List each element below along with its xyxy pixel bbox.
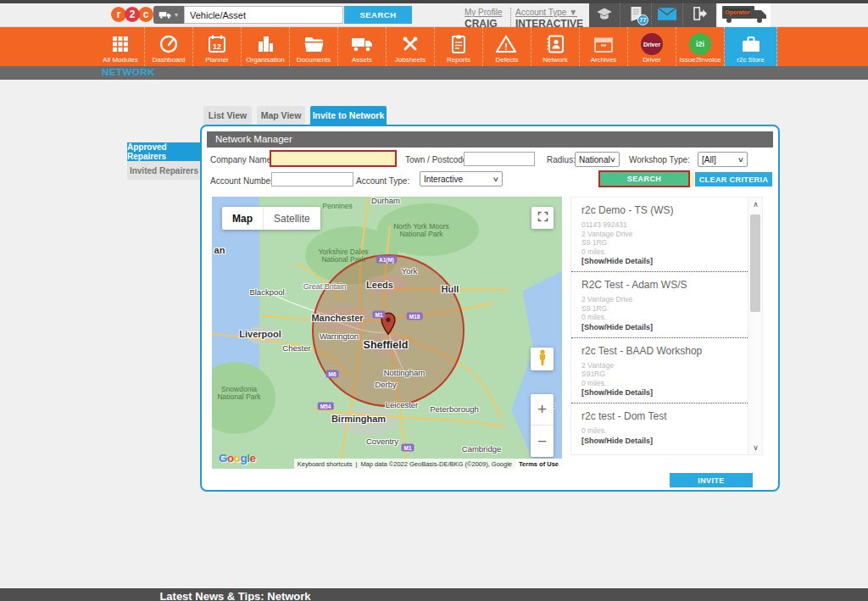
list-scrollbar[interactable]: ∧ ∨ [748,198,762,454]
tab-list-view[interactable]: List View [203,106,252,125]
header-search-button[interactable]: SEARCH [344,6,412,24]
account-type-link[interactable]: Account Type ▼ [515,8,583,17]
nav-item-r2c-store[interactable]: r2c Store [725,27,777,66]
briefcase-icon [740,32,762,55]
svg-text:Operator: Operator [725,9,750,16]
nav-item-network[interactable]: Network [531,27,580,66]
speedometer-icon [159,32,179,55]
tools-icon [400,32,420,55]
vehicle-asset-search-input[interactable] [184,6,343,24]
town-postcode-input[interactable] [464,152,535,166]
workshop-type-value: [All] [702,155,716,164]
nav-item-planner[interactable]: 12Planner [193,27,242,66]
chevron-down-icon: ▼ [174,12,180,18]
scroll-down-arrow[interactable]: ∨ [748,441,763,454]
panel-title: Network Manager [207,131,773,147]
r2c-logo[interactable]: r 2 c [113,7,153,22]
clipboard-icon [449,32,468,55]
repairer-detail-line: 2 Vantage [581,361,737,370]
nav-item-label: Driver [643,56,660,64]
nav-item-label: Documents [297,56,331,64]
criteria-search-button[interactable]: SEARCH [598,170,690,187]
company-name-input[interactable] [270,150,397,167]
nav-item-issue2invoice[interactable]: i2iIssue2Invoice [676,27,725,66]
repairer-detail-line: 2 Vantage Drive [581,295,737,304]
nav-item-label: Dashboard [152,56,185,64]
training-button[interactable] [589,3,620,27]
clear-criteria-button[interactable]: CLEAR CRITERIA [695,172,772,186]
repairer-name: r2c test - Dom Test [581,410,737,422]
calendar-icon: 12 [207,32,227,55]
nav-item-dashboard[interactable]: Dashboard [145,27,193,66]
radius-select[interactable]: National ∨ [575,152,620,167]
show-hide-details-link[interactable]: [Show/Hide Details] [581,257,737,265]
repairer-card: r2c Demo - TS (WS)01143 9924312 Vantage … [571,198,748,272]
nav-item-reports[interactable]: Reports [435,27,483,66]
repairer-card: r2c test - Dom Test0 miles.[Show/Hide De… [571,403,748,451]
keyboard-shortcuts-link[interactable]: Keyboard shortcuts [294,460,356,468]
release-notes-button[interactable]: 77 [620,3,652,27]
radius-label: Radius: [547,155,576,164]
fullscreen-icon [537,210,549,226]
nav-item-archives[interactable]: Archives [580,27,628,66]
scroll-thumb[interactable] [750,214,760,312]
account-type-filter-value: Interactive [424,175,463,184]
tab-map-view[interactable]: Map View [257,106,305,125]
nav-item-organisation[interactable]: Organisation [242,27,290,66]
sidebar-item-approved-repairers[interactable]: Approved Repairers [127,142,201,161]
sidebar-item-invited-repairers[interactable]: Invited Repairers [127,161,201,180]
nav-item-driver[interactable]: DriverDriver [628,27,676,66]
zoom-control: + − [531,394,554,457]
nav-item-documents[interactable]: Documents [290,27,338,66]
repairer-items: r2c Demo - TS (WS)01143 9924312 Vantage … [571,198,748,454]
zoom-in-button[interactable]: + [531,394,554,426]
scroll-up-arrow[interactable]: ∧ [748,198,763,211]
nav-item-label: Reports [447,56,470,64]
nav-item-label: Archives [591,56,617,64]
workshop-type-select[interactable]: [All] ∨ [698,152,748,167]
header-bar: r 2 c ▼ SEARCH My Profile CRAIG Account … [0,3,868,27]
buildings-icon [255,32,275,55]
nav-item-assets[interactable]: Assets [338,27,387,66]
folder-icon [303,32,325,55]
operator-mode-button[interactable]: Operator [718,3,771,27]
asset-type-dropdown[interactable]: ▼ [153,6,184,24]
map-type-control: Map Satellite [222,207,320,230]
repairer-name: r2c Demo - TS (WS) [581,204,737,216]
nav-item-label: Jobsheets [395,56,426,64]
nav-item-defects[interactable]: !Defects [483,27,531,66]
nav-item-all-modules[interactable]: All Modules [97,27,145,66]
header-icon-tray: 77 [589,3,716,27]
highlight-sliver [690,172,694,186]
my-profile-link[interactable]: My Profile [465,8,502,17]
repairer-detail-line: 0 miles. [581,426,737,436]
fullscreen-button[interactable] [531,207,554,229]
zoom-out-button[interactable]: − [531,426,554,457]
street-view-control[interactable] [531,348,554,370]
module-nav: All ModulesDashboard12PlannerOrganisatio… [0,27,868,66]
messages-button[interactable] [652,3,683,27]
show-hide-details-link[interactable]: [Show/Hide Details] [581,437,737,445]
account-number-input[interactable] [271,172,353,186]
nav-item-label: Issue2Invoice [680,56,721,64]
repairer-card: R2C Test - Adam WS/S2 Vantage DriveS9 1R… [571,272,748,338]
repairer-detail-line: 0 miles. [581,379,737,388]
chevron-down-icon: ∨ [609,156,616,164]
graduation-cap-icon [596,7,613,24]
show-hide-details-link[interactable]: [Show/Hide Details] [581,388,737,397]
logout-door-icon [691,6,707,25]
logout-button[interactable] [683,3,715,27]
google-map[interactable]: DurhamPenninesNorth York Moors National … [212,197,562,469]
account-type-select[interactable]: Interactive ∨ [420,171,503,186]
map-type-satellite-button[interactable]: Satellite [264,207,320,230]
repairer-detail-line: S91RG [581,370,737,379]
repairer-detail-line: 2 Vantage Drive [581,230,737,239]
invite-button[interactable]: INVITE [670,473,753,487]
map-type-map-button[interactable]: Map [222,207,264,230]
notification-badge: 77 [637,14,648,25]
nav-item-label: Organisation [246,56,284,64]
nav-item-jobsheets[interactable]: Jobsheets [387,27,435,66]
show-hide-details-link[interactable]: [Show/Hide Details] [581,323,737,331]
terms-of-use-link[interactable]: Terms of Use [515,459,562,469]
tab-invite-to-network[interactable]: Invite to Network [310,106,387,125]
